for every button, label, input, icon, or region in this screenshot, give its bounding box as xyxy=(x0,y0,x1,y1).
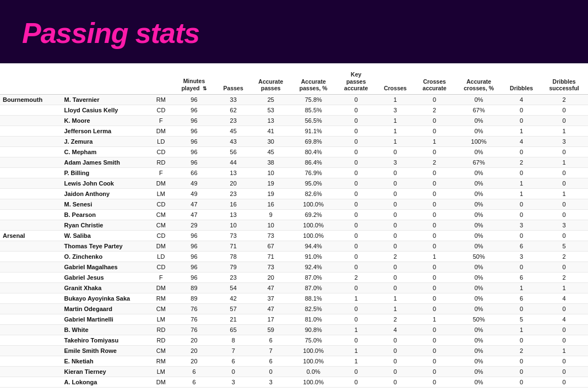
cell-team xyxy=(0,209,62,220)
cell-minutes-played: 20 xyxy=(172,335,216,345)
cell-accurate-crosses-pct: 50% xyxy=(455,251,503,262)
cell-dribbles: 0 xyxy=(503,335,540,345)
cell-position: F xyxy=(150,115,172,126)
cell-crosses: 0 xyxy=(377,345,414,356)
cell-crosses-accurate: 0 xyxy=(414,126,455,136)
cell-dribbles-successful: 0 xyxy=(540,167,588,178)
cell-key-passes-accurate: 0 xyxy=(336,366,377,377)
cell-minutes-played: 89 xyxy=(172,282,216,293)
cell-key-passes-accurate: 1 xyxy=(336,324,377,335)
cell-player: Lloyd Casius Kelly xyxy=(62,105,150,115)
cell-dribbles-successful: 0 xyxy=(540,146,588,157)
cell-minutes-played: 66 xyxy=(172,167,216,178)
cell-accurate-crosses-pct: 0% xyxy=(455,262,503,272)
cell-team xyxy=(0,220,62,230)
cell-minutes-played: 96 xyxy=(172,272,216,282)
cell-player: K. Moore xyxy=(62,115,150,126)
cell-key-passes-accurate: 0 xyxy=(336,230,377,241)
cell-crosses-accurate: 0 xyxy=(414,293,455,303)
cell-team xyxy=(0,126,62,136)
cell-accurate-crosses-pct: 0% xyxy=(455,146,503,157)
cell-crosses: 0 xyxy=(377,241,414,251)
cell-player: M. Senesi xyxy=(62,199,150,209)
cell-dribbles-successful: 1 xyxy=(540,345,588,356)
col-minutes[interactable]: Minutesplayed ⇅ xyxy=(172,69,216,94)
table-row: Ryan ChristieCM291010100.0%0000%33 xyxy=(0,220,588,230)
cell-accurate-passes-pct: 100.0% xyxy=(291,230,336,241)
cell-minutes-played: 96 xyxy=(172,241,216,251)
cell-dribbles-successful: 1 xyxy=(540,282,588,293)
cell-accurate-crosses-pct: 0% xyxy=(455,199,503,209)
cell-crosses: 2 xyxy=(377,251,414,262)
cell-crosses: 4 xyxy=(377,324,414,335)
cell-team: Arsenal xyxy=(0,230,62,241)
cell-crosses: 1 xyxy=(377,303,414,314)
col-crosses-accurate: Crossesaccurate xyxy=(414,69,455,94)
cell-accurate-crosses-pct: 0% xyxy=(455,345,503,356)
cell-passes: 73 xyxy=(216,230,251,241)
cell-crosses: 0 xyxy=(377,167,414,178)
cell-crosses-accurate: 0 xyxy=(414,272,455,282)
cell-player: Bukayo Ayoyinka Saka xyxy=(62,293,150,303)
cell-minutes-played: 6 xyxy=(172,366,216,377)
cell-accurate-passes: 59 xyxy=(251,324,291,335)
cell-key-passes-accurate: 0 xyxy=(336,209,377,220)
cell-minutes-played: 6 xyxy=(172,377,216,387)
cell-minutes-played: 47 xyxy=(172,199,216,209)
cell-accurate-passes-pct: 90.8% xyxy=(291,324,336,335)
cell-dribbles: 1 xyxy=(503,178,540,188)
cell-player: Martin Odegaard xyxy=(62,303,150,314)
cell-accurate-crosses-pct: 0% xyxy=(455,94,503,105)
cell-team xyxy=(0,303,62,314)
cell-crosses: 0 xyxy=(377,220,414,230)
cell-position: CD xyxy=(150,105,172,115)
table-row: B. WhiteRD76655990.8%1400%10 xyxy=(0,324,588,335)
cell-dribbles-successful: 2 xyxy=(540,272,588,282)
cell-accurate-passes: 10 xyxy=(251,220,291,230)
cell-position: CM xyxy=(150,345,172,356)
cell-dribbles: 4 xyxy=(503,136,540,146)
cell-accurate-crosses-pct: 0% xyxy=(455,366,503,377)
cell-accurate-passes: 73 xyxy=(251,230,291,241)
cell-dribbles: 2 xyxy=(503,157,540,167)
cell-accurate-passes: 20 xyxy=(251,272,291,282)
cell-player: O. Zinchenko xyxy=(62,251,150,262)
cell-team xyxy=(0,377,62,387)
cell-dribbles: 0 xyxy=(503,199,540,209)
cell-accurate-passes-pct: 88.1% xyxy=(291,293,336,303)
cell-minutes-played: 76 xyxy=(172,314,216,324)
cell-key-passes-accurate: 0 xyxy=(336,377,377,387)
cell-accurate-passes-pct: 69.2% xyxy=(291,209,336,220)
cell-minutes-played: 29 xyxy=(172,220,216,230)
cell-crosses-accurate: 0 xyxy=(414,324,455,335)
table-row: J. ZemuraLD96433069.8%011100%43 xyxy=(0,136,588,146)
cell-team xyxy=(0,282,62,293)
cell-player: C. Mepham xyxy=(62,146,150,157)
cell-position: CM xyxy=(150,220,172,230)
cell-team xyxy=(0,345,62,356)
cell-player: Adam James Smith xyxy=(62,157,150,167)
cell-crosses-accurate: 1 xyxy=(414,136,455,146)
cell-crosses-accurate: 0 xyxy=(414,209,455,220)
cell-crosses: 0 xyxy=(377,335,414,345)
cell-team xyxy=(0,167,62,178)
cell-minutes-played: 96 xyxy=(172,230,216,241)
cell-passes: 7 xyxy=(216,345,251,356)
cell-accurate-crosses-pct: 0% xyxy=(455,241,503,251)
cell-passes: 45 xyxy=(216,126,251,136)
cell-accurate-passes: 19 xyxy=(251,178,291,188)
cell-team xyxy=(0,105,62,115)
cell-crosses: 3 xyxy=(377,157,414,167)
cell-accurate-passes: 3 xyxy=(251,377,291,387)
cell-crosses: 0 xyxy=(377,282,414,293)
table-row: A. LokongaDM633100.0%0000%00 xyxy=(0,377,588,387)
col-crosses: Crosses xyxy=(377,69,414,94)
cell-accurate-crosses-pct: 0% xyxy=(455,167,503,178)
col-passes: Passes xyxy=(216,69,251,94)
cell-crosses-accurate: 0 xyxy=(414,167,455,178)
cell-passes: 10 xyxy=(216,220,251,230)
cell-dribbles-successful: 0 xyxy=(540,366,588,377)
cell-accurate-crosses-pct: 0% xyxy=(455,324,503,335)
cell-dribbles: 6 xyxy=(503,272,540,282)
cell-accurate-passes: 9 xyxy=(251,209,291,220)
